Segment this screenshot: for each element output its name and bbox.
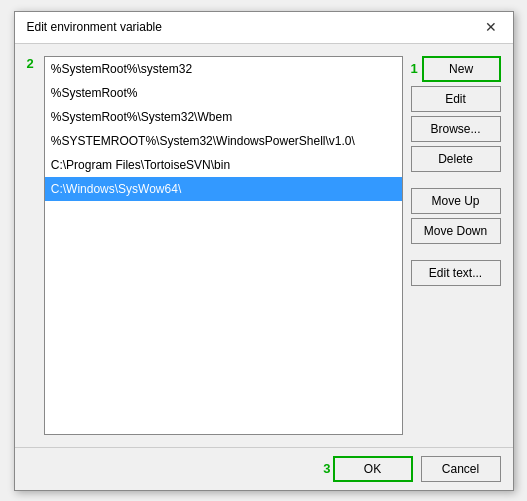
env-var-list[interactable]: %SystemRoot%\system32 %SystemRoot% %Syst… (44, 56, 403, 435)
list-item[interactable]: %SystemRoot%\system32 (45, 57, 402, 81)
annotation-1: 1 (411, 61, 418, 76)
list-item[interactable]: %SYSTEMROOT%\System32\WindowsPowerShell\… (45, 129, 402, 153)
annotation-2: 2 (27, 56, 34, 71)
edit-text-button[interactable]: Edit text... (411, 260, 501, 286)
browse-button[interactable]: Browse... (411, 116, 501, 142)
list-item[interactable]: C:\Program Files\TortoiseSVN\bin (45, 153, 402, 177)
dialog-title: Edit environment variable (27, 20, 162, 34)
ok-button[interactable]: OK (333, 456, 413, 482)
annotation-3: 3 (323, 461, 330, 476)
edit-button[interactable]: Edit (411, 86, 501, 112)
delete-button[interactable]: Delete (411, 146, 501, 172)
move-up-button[interactable]: Move Up (411, 188, 501, 214)
list-annotation-container: 2 (27, 56, 36, 435)
title-bar: Edit environment variable ✕ (15, 12, 513, 44)
action-buttons: 1 New Edit Browse... Delete Move Up Move… (411, 56, 501, 435)
dialog-content: 2 %SystemRoot%\system32 %SystemRoot% %Sy… (15, 44, 513, 447)
list-item[interactable]: %SystemRoot%\System32\Wbem (45, 105, 402, 129)
new-button[interactable]: New (422, 56, 501, 82)
list-item[interactable]: %SystemRoot% (45, 81, 402, 105)
edit-env-var-dialog: Edit environment variable ✕ 2 %SystemRoo… (14, 11, 514, 491)
cancel-button[interactable]: Cancel (421, 456, 501, 482)
ok-annotation-container: 3 OK (323, 456, 412, 482)
list-item-selected[interactable]: C:\Windows\SysWow64\ (45, 177, 402, 201)
close-button[interactable]: ✕ (481, 17, 501, 37)
move-down-button[interactable]: Move Down (411, 218, 501, 244)
dialog-footer: 3 OK Cancel (15, 447, 513, 490)
